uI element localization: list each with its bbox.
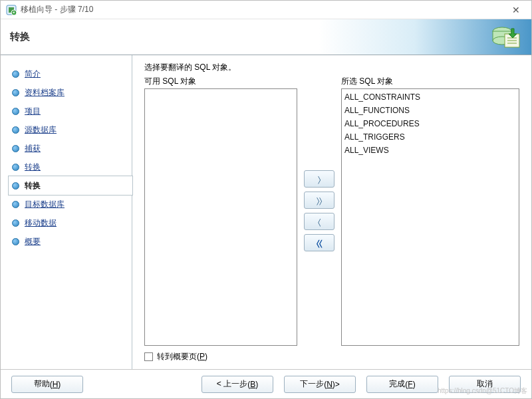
step-label: 移动数据 bbox=[25, 217, 57, 229]
wizard-step-7[interactable]: 目标数据库 bbox=[9, 195, 132, 213]
banner-icon bbox=[490, 22, 522, 54]
step-label: 转换 bbox=[25, 180, 41, 192]
move-all-left-button[interactable]: 〈〈 bbox=[304, 234, 334, 251]
step-label: 概要 bbox=[25, 236, 41, 247]
main-panel: 选择要翻译的 SQL 对象。 可用 SQL 对象 〉 〉〉 〈 〈〈 所选 SQ… bbox=[132, 55, 531, 369]
selected-label: 所选 SQL 对象 bbox=[341, 76, 519, 87]
wizard-window: 移植向导 - 步骤 7/10 ✕ 转换 简介资料档案库项目源数据库捕获 转换转换… bbox=[0, 0, 532, 399]
page-title: 转换 bbox=[10, 31, 30, 43]
close-icon[interactable]: ✕ bbox=[506, 5, 526, 15]
move-left-button[interactable]: 〈 bbox=[304, 213, 334, 230]
step-dot-icon bbox=[9, 182, 22, 190]
wizard-step-5[interactable]: 转换 bbox=[9, 158, 132, 176]
step-dot-icon bbox=[9, 238, 22, 245]
goto-summary-label: 转到概要页(P) bbox=[157, 351, 207, 362]
help-button[interactable]: 帮助(H) bbox=[11, 376, 83, 393]
title-bar: 移植向导 - 步骤 7/10 ✕ bbox=[1, 1, 531, 19]
finish-button[interactable]: 完成(F) bbox=[366, 376, 438, 393]
transfer-button-group: 〉 〉〉 〈 〈〈 bbox=[304, 76, 334, 346]
step-dot-icon bbox=[9, 70, 22, 78]
step-dot-icon bbox=[9, 201, 22, 208]
step-label: 转换 bbox=[25, 162, 41, 173]
list-item[interactable]: ALL_FUNCTIONS bbox=[343, 104, 517, 117]
goto-summary-checkbox[interactable] bbox=[144, 352, 153, 361]
selected-listbox[interactable]: ALL_CONSTRAINTSALL_FUNCTIONSALL_PROCEDUR… bbox=[341, 88, 519, 346]
app-icon bbox=[6, 5, 17, 15]
available-label: 可用 SQL 对象 bbox=[144, 76, 297, 87]
step-dot-icon bbox=[9, 219, 22, 227]
step-label: 简介 bbox=[25, 68, 41, 80]
list-item[interactable]: ALL_PROCEDURES bbox=[343, 117, 517, 130]
step-dot-icon bbox=[9, 145, 22, 152]
list-item[interactable]: ALL_VIEWS bbox=[343, 144, 517, 157]
move-all-right-button[interactable]: 〉〉 bbox=[304, 192, 334, 209]
list-item[interactable]: ALL_TRIGGERS bbox=[343, 130, 517, 144]
wizard-step-0[interactable]: 简介 bbox=[9, 65, 132, 83]
step-label: 源数据库 bbox=[25, 124, 57, 136]
step-label: 资料档案库 bbox=[25, 87, 65, 98]
wizard-step-6: 转换 bbox=[9, 176, 132, 195]
goto-summary-row: 转到概要页(P) bbox=[144, 351, 519, 362]
move-right-button[interactable]: 〉 bbox=[304, 170, 334, 188]
step-label: 项目 bbox=[25, 106, 41, 117]
step-dot-icon bbox=[9, 89, 22, 96]
window-title: 移植向导 - 步骤 7/10 bbox=[21, 4, 93, 15]
back-button[interactable]: < 上一步(B) bbox=[201, 376, 273, 393]
step-label: 目标数据库 bbox=[25, 199, 65, 210]
step-label: 捕获 bbox=[25, 143, 41, 154]
step-dot-icon bbox=[9, 126, 22, 134]
instruction-text: 选择要翻译的 SQL 对象。 bbox=[144, 62, 519, 73]
wizard-steps-sidebar: 简介资料档案库项目源数据库捕获 转换转换目标数据库移动数据概要 bbox=[1, 55, 132, 369]
wizard-step-9[interactable]: 概要 bbox=[9, 232, 132, 251]
cancel-button[interactable]: 取消 bbox=[449, 376, 521, 393]
next-button[interactable]: 下一步(N) > bbox=[284, 376, 356, 393]
wizard-step-8[interactable]: 移动数据 bbox=[9, 213, 132, 232]
available-listbox[interactable] bbox=[144, 88, 297, 346]
wizard-step-2[interactable]: 项目 bbox=[9, 102, 132, 120]
footer-button-bar: 帮助(H) < 上一步(B) 下一步(N) > 完成(F) 取消 bbox=[1, 369, 531, 398]
wizard-step-1[interactable]: 资料档案库 bbox=[9, 83, 132, 102]
wizard-step-3[interactable]: 源数据库 bbox=[9, 120, 132, 139]
step-dot-icon bbox=[9, 164, 22, 171]
list-item[interactable]: ALL_CONSTRAINTS bbox=[343, 90, 517, 104]
step-dot-icon bbox=[9, 108, 22, 115]
wizard-step-4[interactable]: 捕获 bbox=[9, 139, 132, 158]
header-banner: 转换 bbox=[1, 19, 531, 55]
